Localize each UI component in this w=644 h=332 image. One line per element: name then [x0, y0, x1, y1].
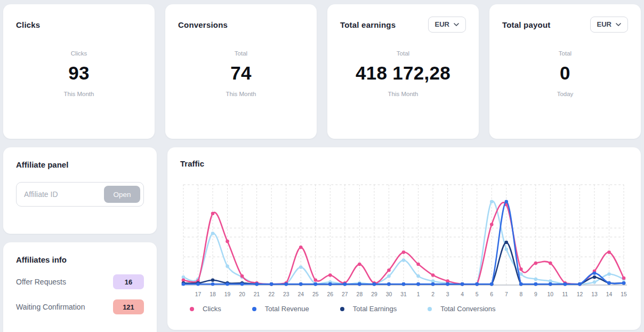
total-conversions-point: [534, 278, 538, 281]
clicks-point: [534, 262, 538, 265]
total-earnings-stat-value: 418 172,28: [340, 62, 466, 84]
clicks-point: [299, 246, 303, 249]
affiliate-panel-card: Affiliate panel Open: [3, 147, 157, 234]
legend-label: Clicks: [203, 305, 221, 313]
total-revenue-point: [314, 282, 318, 286]
x-axis-label: 1: [417, 291, 420, 297]
x-axis-label: 30: [386, 291, 392, 297]
total-conversions-point: [505, 248, 509, 251]
total-conversions-point: [211, 232, 215, 235]
conversions-stat-sublabel: This Month: [178, 91, 304, 97]
legend-item-clicks[interactable]: Clicks: [190, 305, 221, 313]
x-axis-label: 7: [505, 291, 508, 297]
waiting-confirmation-row: Waiting Confirmation 121: [16, 299, 144, 314]
total-conversions-point: [387, 274, 391, 278]
total-revenue-point: [211, 282, 215, 286]
clicks-point: [431, 273, 435, 277]
bottom-row: Affiliate panel Open Affiliates info Off…: [3, 147, 641, 332]
total-earnings-card: Total earnings EUR Total 418 172,28 This…: [327, 4, 479, 139]
waiting-confirmation-badge: 121: [113, 299, 144, 314]
clicks-point: [490, 223, 494, 226]
total-revenue-point: [564, 282, 567, 286]
legend-label: Total Conversions: [440, 305, 495, 313]
x-axis-label: 31: [400, 291, 407, 297]
total-revenue-point: [505, 200, 509, 203]
left-column: Affiliate panel Open Affiliates info Off…: [3, 147, 157, 332]
offer-requests-row: Offer Requests 16: [16, 274, 144, 289]
legend-dot-icon: [190, 307, 194, 311]
total-revenue-point: [196, 282, 200, 286]
legend-dot-icon: [252, 307, 256, 311]
affiliates-info-card: Affiliates info Offer Requests 16 Waitin…: [3, 242, 157, 332]
total-payout-stat: Total 0 Today: [502, 50, 628, 97]
x-axis-label: 6: [490, 291, 493, 297]
total-revenue-point: [182, 282, 186, 286]
x-axis-label: 3: [446, 291, 449, 297]
earnings-currency-value: EUR: [435, 20, 449, 28]
legend-item-total-revenue[interactable]: Total Revenue: [252, 305, 309, 313]
total-revenue-point: [622, 281, 626, 285]
x-axis-label: 14: [606, 291, 613, 297]
total-conversions-point: [519, 272, 523, 276]
traffic-chart: 1718192021222324252627282930311234567891…: [180, 180, 628, 301]
total-earnings-stat-label: Total: [340, 50, 466, 57]
total-revenue-point: [226, 282, 229, 286]
clicks-stat-label: Clicks: [16, 50, 142, 57]
x-axis-label: 20: [239, 291, 245, 297]
total-conversions-point: [593, 280, 597, 284]
total-payout-card: Total payout EUR Total 0 Today: [489, 4, 641, 139]
total-revenue-point: [519, 282, 523, 286]
affiliate-id-input-group: Open: [16, 182, 144, 207]
total-earnings-stat: Total 418 172,28 This Month: [340, 50, 466, 97]
total-revenue-point: [284, 282, 288, 286]
x-axis-label: 11: [562, 291, 568, 297]
total-revenue-point: [593, 271, 597, 275]
total-conversions-point: [226, 264, 229, 268]
x-axis-label: 4: [461, 291, 464, 297]
payout-currency-select[interactable]: EUR: [590, 17, 628, 33]
conversions-stat: Total 74 This Month: [178, 50, 304, 97]
legend-item-total-conversions[interactable]: Total Conversions: [428, 305, 495, 313]
clicks-card-title: Clicks: [16, 20, 40, 29]
conversions-card: Conversions Total 74 This Month: [165, 4, 317, 139]
total-conversions-point: [431, 279, 435, 283]
total-revenue-point: [373, 282, 376, 286]
x-axis-label: 8: [519, 291, 522, 297]
total-revenue-point: [299, 282, 303, 286]
open-button[interactable]: Open: [104, 186, 140, 203]
x-axis-label: 10: [548, 291, 554, 297]
clicks-point: [607, 250, 611, 254]
total-revenue-point: [328, 282, 332, 286]
total-conversions-point: [607, 272, 611, 276]
clicks-point: [328, 273, 332, 277]
x-axis-label: 21: [254, 291, 260, 297]
affiliates-info-title: Affiliates info: [16, 255, 144, 264]
affiliate-id-input[interactable]: [17, 190, 166, 199]
legend-label: Total Earnings: [353, 305, 397, 313]
clicks-point: [387, 268, 391, 272]
clicks-point: [622, 276, 626, 280]
x-axis-label: 12: [577, 291, 583, 297]
waiting-confirmation-label: Waiting Confirmation: [16, 303, 85, 311]
total-revenue-point: [607, 281, 611, 285]
legend-item-total-earnings[interactable]: Total Earnings: [340, 305, 397, 313]
total-revenue-point: [461, 282, 464, 286]
total-conversions-point: [299, 265, 303, 269]
total-earnings-stat-sublabel: This Month: [340, 91, 466, 97]
stat-cards-row: Clicks Clicks 93 This Month Conversions …: [3, 4, 641, 139]
clicks-point: [211, 212, 215, 216]
legend-label: Total Revenue: [265, 305, 309, 313]
conversions-stat-value: 74: [178, 62, 304, 84]
total-earnings-card-title: Total earnings: [340, 20, 396, 29]
legend-dot-icon: [340, 307, 344, 311]
total-revenue-point: [255, 282, 259, 286]
payout-currency-value: EUR: [597, 20, 611, 28]
total-revenue-point: [578, 282, 582, 286]
total-earnings-point: [593, 275, 597, 279]
clicks-point: [240, 274, 244, 278]
x-axis-label: 26: [327, 291, 334, 297]
total-conversions-point: [490, 200, 494, 203]
x-axis-label: 17: [195, 291, 202, 297]
earnings-currency-select[interactable]: EUR: [428, 17, 466, 33]
total-revenue-point: [358, 282, 361, 286]
